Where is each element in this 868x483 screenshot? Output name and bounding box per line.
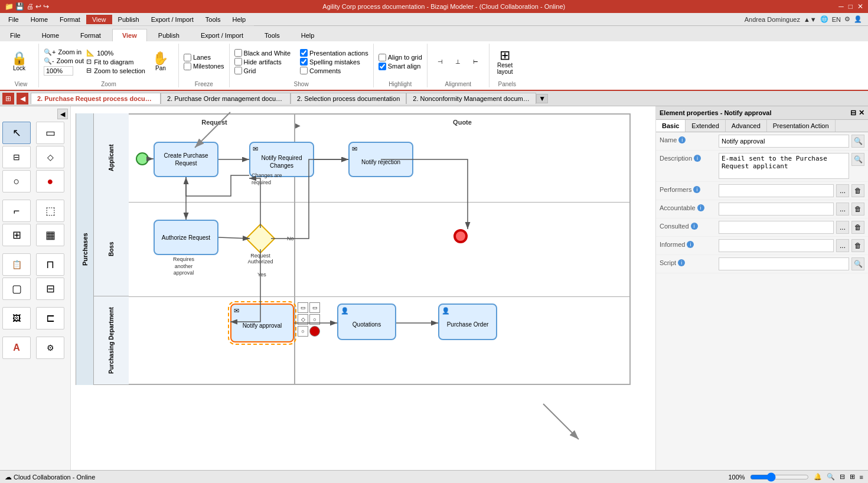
menu-icon[interactable]: ≡: [860, 474, 863, 481]
task-notify-changes[interactable]: ✉ Notify Required Changes: [249, 142, 314, 177]
close-btn[interactable]: ✕: [857, 2, 863, 11]
tool-circle-empty[interactable]: ○: [2, 170, 31, 192]
rtab-format[interactable]: Format: [70, 29, 111, 41]
menu-file[interactable]: File: [2, 15, 25, 24]
panel-detach-btn[interactable]: ⊟: [850, 109, 856, 117]
presentation-checkbox[interactable]: [300, 49, 308, 57]
ptab-presentation-action[interactable]: Presentation Action: [767, 120, 836, 132]
grid-checkbox[interactable]: [234, 67, 242, 74]
informed-input[interactable]: [719, 239, 834, 252]
rtab-view[interactable]: View: [112, 29, 147, 41]
tool-rectangle[interactable]: ▭: [36, 122, 64, 144]
tab-back-btn[interactable]: ◀: [17, 93, 28, 105]
task-notify-rejection[interactable]: ✉ Notify rejection: [348, 142, 413, 177]
lanes-checkbox[interactable]: [184, 54, 191, 61]
ptab-basic[interactable]: Basic: [656, 120, 686, 132]
tool-select[interactable]: ↖: [2, 122, 31, 144]
performers-delete-btn[interactable]: 🗑: [851, 184, 864, 197]
script-input[interactable]: [719, 257, 849, 270]
performers-add-btn[interactable]: ...: [836, 184, 849, 197]
panel-close-btn[interactable]: ✕: [859, 109, 864, 117]
description-textarea[interactable]: E-mail sent to the Purchase Request appl…: [719, 153, 849, 179]
rtab-home[interactable]: Home: [32, 29, 69, 41]
maximize-btn[interactable]: □: [849, 2, 853, 11]
rtab-help[interactable]: Help: [291, 29, 325, 41]
menu-export[interactable]: Export / Import: [145, 15, 200, 24]
window-controls[interactable]: ─ □ ✕: [838, 2, 863, 11]
ctx-rect2-btn[interactable]: ▭: [309, 302, 320, 313]
performers-info-icon[interactable]: i: [693, 186, 700, 193]
diagram-canvas[interactable]: Purchases Applicant Boss Purchasing Depa…: [71, 106, 655, 470]
ptab-advanced[interactable]: Advanced: [726, 120, 767, 132]
reset-layout-btn[interactable]: ⊞ Reset layout: [494, 47, 516, 77]
task-notify-approval[interactable]: ✉ Notify approval: [230, 303, 294, 342]
name-input[interactable]: [719, 135, 849, 148]
zoom-slider[interactable]: [750, 472, 809, 482]
tab-grid-btn[interactable]: ⊞: [2, 93, 14, 105]
user-icon[interactable]: 👤: [854, 15, 862, 23]
expand-icon[interactable]: ▲▼: [804, 16, 817, 23]
menu-help[interactable]: Help: [226, 15, 252, 24]
fit-label[interactable]: Fit to diagram: [94, 58, 133, 66]
tool-dashed2[interactable]: ▢: [2, 278, 31, 300]
name-zoom-btn[interactable]: 🔍: [851, 135, 864, 148]
milestones-checkbox[interactable]: [184, 63, 191, 70]
zoom-100-label[interactable]: 100%: [97, 50, 113, 57]
informed-info-icon[interactable]: i: [687, 241, 694, 248]
align-left-btn[interactable]: ⊣: [432, 57, 449, 67]
hide-artifacts-checkbox[interactable]: [234, 58, 242, 66]
ctx-circle2-btn[interactable]: ○: [298, 326, 308, 337]
performers-input[interactable]: [719, 184, 834, 197]
comments-check[interactable]: Comments: [300, 67, 368, 74]
plus-view-icon[interactable]: ⊞: [850, 473, 855, 481]
start-event[interactable]: [136, 152, 149, 165]
zoom-in-label[interactable]: Zoom in: [58, 48, 81, 56]
menu-view[interactable]: View: [86, 15, 112, 24]
ctx-end-btn[interactable]: [309, 326, 320, 337]
tab-nonconformity[interactable]: 2. Nonconformity Management documentatio…: [406, 93, 536, 104]
zoom-value-input[interactable]: [44, 66, 73, 76]
task-quotations[interactable]: 👤 Quotations: [337, 303, 396, 340]
tool-connector[interactable]: ⊟: [2, 146, 31, 168]
end-event-boss[interactable]: [453, 229, 468, 243]
ctx-circle-btn[interactable]: ○: [309, 314, 320, 325]
bw-check[interactable]: Black and White: [234, 49, 291, 57]
spelling-check[interactable]: Spelling mistakes: [300, 58, 368, 66]
tool-note[interactable]: 📋: [2, 253, 31, 276]
menu-home[interactable]: Home: [25, 15, 54, 24]
script-zoom-btn[interactable]: 🔍: [851, 257, 864, 270]
accountable-info-icon[interactable]: i: [697, 204, 704, 211]
menu-tools[interactable]: Tools: [200, 15, 227, 24]
tool-rect2[interactable]: ⊟: [36, 278, 64, 300]
tool-text[interactable]: A: [2, 337, 31, 359]
consulted-delete-btn[interactable]: 🗑: [851, 221, 864, 234]
align-center-btn[interactable]: ⊥: [450, 57, 466, 67]
tool-table2[interactable]: ▦: [36, 224, 64, 246]
align-grid-check[interactable]: Align to grid: [378, 54, 422, 61]
minimize-btn[interactable]: ─: [838, 2, 844, 11]
menu-format[interactable]: Format: [54, 15, 86, 24]
milestones-check[interactable]: Milestones: [184, 63, 224, 70]
smart-align-check[interactable]: Smart align: [378, 63, 422, 70]
tool-corner[interactable]: ⌐: [2, 200, 31, 222]
informed-add-btn[interactable]: ...: [836, 239, 849, 252]
script-info-icon[interactable]: i: [678, 259, 685, 266]
minus-view-icon[interactable]: ⊟: [840, 473, 845, 481]
task-authorize-request[interactable]: Authorize Request: [154, 220, 218, 255]
bw-checkbox[interactable]: [234, 49, 242, 57]
tool-table[interactable]: ⊞: [2, 224, 31, 246]
align-right-btn[interactable]: ⊢: [468, 57, 484, 67]
tool-diamond[interactable]: ◇: [36, 146, 64, 168]
accountable-input[interactable]: [719, 203, 834, 216]
description-zoom-btn[interactable]: 🔍: [851, 153, 864, 166]
name-info-icon[interactable]: i: [678, 136, 686, 143]
zoom-out-label[interactable]: Zoom out: [57, 57, 84, 64]
tab-purchase-order[interactable]: 2. Purchase Order management documentati…: [161, 93, 291, 104]
grid-check[interactable]: Grid: [234, 67, 291, 74]
tool-dashed[interactable]: ⬚: [36, 200, 64, 222]
tool-circle-solid[interactable]: ●: [36, 170, 64, 192]
ctx-diamond-btn[interactable]: ◇: [298, 314, 308, 325]
tool-image[interactable]: 🖼: [2, 307, 31, 329]
ctx-rect-btn[interactable]: ▭: [298, 302, 308, 313]
pan-btn[interactable]: ✋ Pan: [148, 50, 174, 73]
